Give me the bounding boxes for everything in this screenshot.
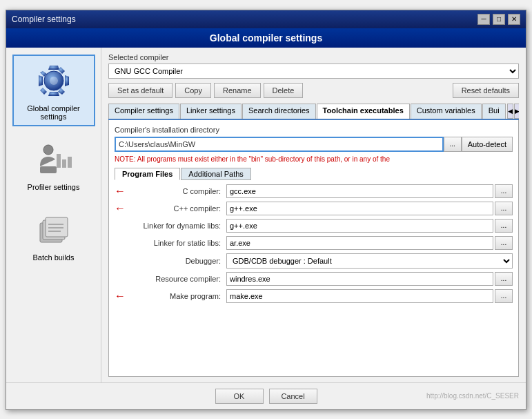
svg-point-2 [43,145,53,155]
sub-tab-additional-paths[interactable]: Additional Paths [181,168,251,180]
compiler-select[interactable]: GNU GCC Compiler [108,64,519,79]
button-row: Set as default Copy Rename Delete Reset … [108,83,519,98]
batch-icon [33,209,75,251]
tab-linker-settings[interactable]: Linker settings [180,104,242,119]
resource-compiler-row: Resource compiler: ... [115,272,513,286]
cpp-compiler-label: C++ compiler: [123,204,226,213]
linker-static-row: Linker for static libs: ... [115,236,513,250]
install-dir-section-label: Compiler's installation directory [115,126,513,134]
main-window: Compiler settings ─ □ ✕ Global compiler … [6,10,526,410]
c-compiler-row: ← C compiler: ... [115,184,513,198]
sidebar: Global compiler settings P [6,48,101,382]
program-files-form: ← C compiler: ... ← C++ compiler: ... [115,184,513,303]
rename-button[interactable]: Rename [214,83,261,98]
resource-compiler-browse[interactable]: ... [495,272,513,286]
sidebar-label-profiler: Profiler settings [28,183,80,191]
tabs-row: Compiler settings Linker settings Search… [108,104,519,120]
c-compiler-browse[interactable]: ... [495,184,513,198]
c-compiler-input[interactable] [226,184,493,198]
tab-custom-vars[interactable]: Custom variables [411,104,482,119]
linker-dynamic-browse[interactable]: ... [495,219,513,233]
compiler-select-row: GNU GCC Compiler [108,64,519,79]
autodetect-button[interactable]: Auto-detect [462,137,513,152]
install-dir-row: ... Auto-detect [115,137,513,152]
note-text: NOTE: All programs must exist either in … [115,155,513,164]
tab-toolchain[interactable]: Toolchain executables [317,104,410,120]
make-program-browse[interactable]: ... [495,289,513,303]
gear-icon [33,60,75,101]
tab-compiler-settings[interactable]: Compiler settings [108,104,179,119]
close-button[interactable]: ✕ [508,14,520,25]
window-title: Compiler settings [12,14,76,24]
tab-search-dirs[interactable]: Search directories [242,104,316,119]
title-bar: Compiler settings ─ □ ✕ [6,10,526,28]
linker-static-input[interactable] [226,236,493,250]
linker-dynamic-row: Linker for dynamic libs: ... [115,219,513,233]
tab-bui[interactable]: Bui [482,104,506,119]
cpp-compiler-row: ← C++ compiler: ... [115,202,513,215]
watermark: http://blog.csdn.net/C_SESER [426,392,519,400]
profiler-icon [33,139,75,180]
copy-button[interactable]: Copy [175,83,211,98]
make-program-label: Make program: [123,292,226,300]
sidebar-label-global: Global compiler settings [27,104,79,121]
resource-compiler-label: Resource compiler: [123,275,226,283]
sidebar-item-batch[interactable]: Batch builds [12,204,95,267]
linker-static-browse[interactable]: ... [495,236,513,250]
cancel-button[interactable]: Cancel [269,389,317,404]
ok-button[interactable]: OK [215,389,264,404]
delete-button[interactable]: Delete [264,83,304,98]
svg-rect-3 [40,166,57,173]
linker-static-label: Linker for static libs: [123,239,226,247]
resource-compiler-input[interactable] [226,272,493,286]
debugger-select[interactable]: GDB/CDB debugger : Default [226,253,513,269]
window-body: Global compiler settings P [6,48,526,382]
make-program-input[interactable] [226,289,493,303]
debugger-row: Debugger: GDB/CDB debugger : Default [115,253,513,269]
cpp-compiler-input[interactable] [226,202,493,215]
selected-compiler-label: Selected compiler [108,53,519,61]
tab-content: Compiler's installation directory ... Au… [108,120,519,377]
sidebar-item-profiler[interactable]: Profiler settings [12,133,95,197]
install-dir-browse-button[interactable]: ... [444,137,462,152]
tab-nav-right[interactable]: ▶ [514,104,519,119]
minimize-button[interactable]: ─ [477,14,490,25]
svg-rect-9 [46,217,68,237]
sub-tabs-row: Program Files Additional Paths [115,168,513,180]
main-content: Selected compiler GNU GCC Compiler Set a… [101,48,526,382]
sub-tab-program-files[interactable]: Program Files [115,168,180,180]
debugger-label: Debugger: [123,257,226,265]
install-dir-input[interactable] [115,137,444,152]
linker-dynamic-input[interactable] [226,219,493,233]
footer: OK Cancel http://blog.csdn.net/C_SESER [6,382,526,409]
linker-dynamic-label: Linker for dynamic libs: [123,222,226,230]
cpp-compiler-browse[interactable]: ... [495,202,513,215]
make-program-row: ← Make program: ... [115,289,513,303]
svg-rect-6 [68,157,72,168]
svg-rect-4 [57,154,61,168]
set-default-button[interactable]: Set as default [108,83,173,98]
window-header: Global compiler settings [6,28,526,48]
svg-point-1 [50,77,58,85]
maximize-button[interactable]: □ [493,14,505,25]
window-controls: ─ □ ✕ [477,14,520,25]
c-compiler-label: C compiler: [123,187,226,195]
sidebar-label-batch: Batch builds [33,253,75,262]
tab-nav-left[interactable]: ◀ [507,104,513,119]
svg-rect-5 [62,159,66,168]
sidebar-item-global-compiler[interactable]: Global compiler settings [12,55,95,126]
reset-defaults-button[interactable]: Reset defaults [453,83,519,98]
